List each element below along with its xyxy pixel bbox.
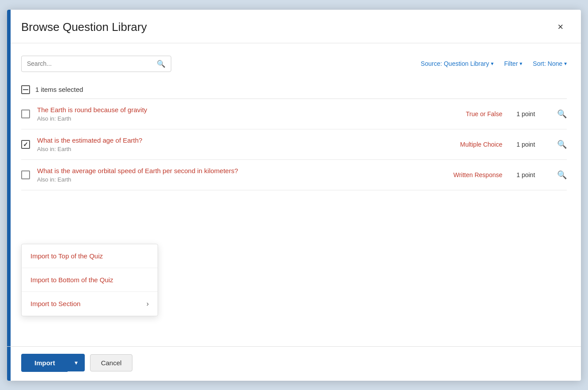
import-bottom-item[interactable]: Import to Bottom of the Quiz [22, 268, 158, 292]
question-checkbox-2[interactable]: ✓ [21, 140, 30, 149]
question-meta-3: Written Response 1 point 🔍 [441, 170, 567, 180]
modal: Browse Question Library × 🔍 Source: Ques… [7, 10, 581, 381]
question-subtitle-1: Also in: Earth [37, 115, 433, 122]
question-list: The Earth is round because of gravity Al… [21, 99, 567, 190]
question-meta-2: Multiple Choice 1 point 🔍 [441, 140, 567, 149]
question-info-1: The Earth is round because of gravity Al… [37, 106, 433, 122]
modal-body: 🔍 Source: Question Library ▾ Filter ▾ So… [7, 43, 581, 346]
table-row: ✓ What is the estimated age of Earth? Al… [21, 129, 567, 160]
question-checkbox-1[interactable] [21, 110, 30, 118]
sort-chevron-icon: ▾ [564, 61, 567, 67]
filter-button[interactable]: Filter ▾ [504, 60, 522, 67]
modal-overlay: Browse Question Library × 🔍 Source: Ques… [0, 0, 588, 390]
sort-button[interactable]: Sort: None ▾ [533, 60, 567, 67]
filter-label: Filter [504, 60, 518, 67]
question-subtitle-3: Also in: Earth [37, 176, 433, 183]
question-subtitle-2: Also in: Earth [37, 146, 433, 152]
toolbar-right: Source: Question Library ▾ Filter ▾ Sort… [421, 60, 567, 67]
chevron-right-icon: › [147, 300, 149, 308]
modal-footer: Import ▾ Cancel [7, 346, 581, 381]
question-type-3: Written Response [441, 171, 502, 178]
import-button[interactable]: Import [21, 354, 68, 372]
question-points-3: 1 point [516, 171, 543, 178]
cancel-button[interactable]: Cancel [90, 354, 133, 371]
sort-label: Sort: None [533, 60, 562, 67]
modal-title: Browse Question Library [21, 20, 147, 34]
close-button[interactable]: × [554, 20, 567, 34]
question-title-3: What is the average orbital speed of Ear… [37, 167, 433, 174]
preview-icon-2[interactable]: 🔍 [557, 140, 567, 149]
minus-icon [23, 89, 28, 90]
search-icon: 🔍 [157, 60, 166, 68]
import-dropdown-menu: Import to Top of the Quiz Import to Bott… [21, 244, 158, 316]
preview-icon-1[interactable]: 🔍 [557, 109, 567, 119]
source-label: Source: Question Library [421, 60, 489, 67]
question-checkbox-3[interactable] [21, 170, 30, 179]
selected-bar: 1 items selected [21, 81, 567, 99]
search-input[interactable] [27, 60, 153, 67]
import-dropdown-button[interactable]: ▾ [68, 354, 85, 371]
question-meta-1: True or False 1 point 🔍 [441, 109, 567, 119]
question-points-2: 1 point [516, 141, 543, 148]
search-box: 🔍 [21, 56, 171, 72]
question-title-2: What is the estimated age of Earth? [37, 136, 433, 144]
selected-count-text: 1 items selected [35, 86, 83, 93]
filter-chevron-icon: ▾ [520, 61, 522, 67]
import-section-label: Import to Section [30, 300, 80, 307]
table-row: What is the average orbital speed of Ear… [21, 160, 567, 190]
question-title-1: The Earth is round because of gravity [37, 106, 433, 114]
modal-header: Browse Question Library × [7, 10, 581, 43]
question-type-1: True or False [441, 110, 502, 117]
question-points-1: 1 point [516, 110, 543, 117]
dropdown-chevron-icon: ▾ [75, 359, 78, 366]
question-info-2: What is the estimated age of Earth? Also… [37, 136, 433, 152]
question-type-2: Multiple Choice [441, 141, 502, 148]
table-row: The Earth is round because of gravity Al… [21, 99, 567, 129]
toolbar: 🔍 Source: Question Library ▾ Filter ▾ So… [21, 56, 567, 72]
import-section-item[interactable]: Import to Section › [22, 292, 158, 316]
import-top-label: Import to Top of the Quiz [30, 252, 103, 260]
question-info-3: What is the average orbital speed of Ear… [37, 167, 433, 183]
preview-icon-3[interactable]: 🔍 [557, 170, 567, 180]
source-button[interactable]: Source: Question Library ▾ [421, 60, 494, 67]
deselect-all-checkbox[interactable] [21, 85, 30, 94]
source-chevron-icon: ▾ [491, 61, 494, 67]
import-bottom-label: Import to Bottom of the Quiz [30, 276, 113, 284]
import-top-item[interactable]: Import to Top of the Quiz [22, 244, 158, 268]
checkmark-icon: ✓ [23, 141, 28, 148]
